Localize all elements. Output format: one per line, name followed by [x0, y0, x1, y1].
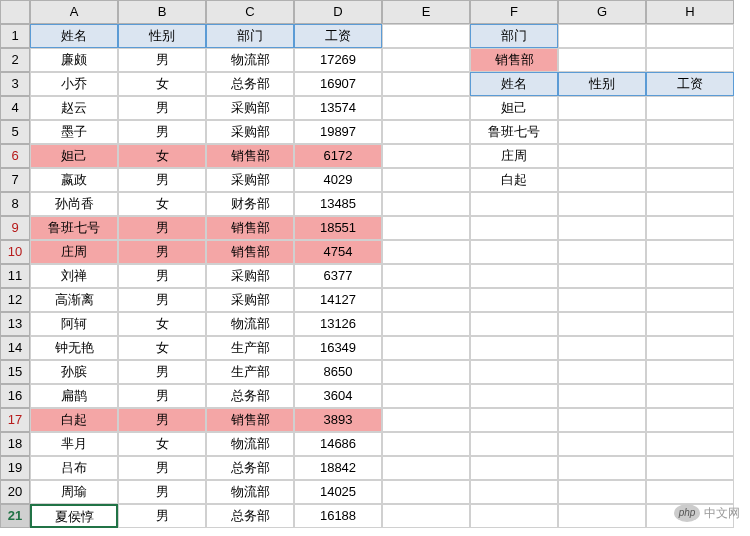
row-head-10[interactable]: 10	[0, 240, 30, 264]
cell-G7[interactable]	[558, 168, 646, 192]
cell-F6[interactable]: 庄周	[470, 144, 558, 168]
cell-D8[interactable]: 13485	[294, 192, 382, 216]
row-head-1[interactable]: 1	[0, 24, 30, 48]
cell-A8[interactable]: 孙尚香	[30, 192, 118, 216]
cell-E4[interactable]	[382, 96, 470, 120]
cell-D3[interactable]: 16907	[294, 72, 382, 96]
cell-F13[interactable]	[470, 312, 558, 336]
row-head-21[interactable]: 21	[0, 504, 30, 528]
row-head-18[interactable]: 18	[0, 432, 30, 456]
col-head-A[interactable]: A	[30, 0, 118, 24]
cell-H3[interactable]: 工资	[646, 72, 734, 96]
cell-F9[interactable]	[470, 216, 558, 240]
cell-A21[interactable]: 夏侯惇	[30, 504, 118, 528]
cell-D7[interactable]: 4029	[294, 168, 382, 192]
cell-G14[interactable]	[558, 336, 646, 360]
cell-H1[interactable]	[646, 24, 734, 48]
cell-H9[interactable]	[646, 216, 734, 240]
cell-C8[interactable]: 财务部	[206, 192, 294, 216]
cell-E9[interactable]	[382, 216, 470, 240]
row-head-12[interactable]: 12	[0, 288, 30, 312]
row-head-9[interactable]: 9	[0, 216, 30, 240]
cell-C19[interactable]: 总务部	[206, 456, 294, 480]
cell-F1[interactable]: 部门	[470, 24, 558, 48]
cell-B9[interactable]: 男	[118, 216, 206, 240]
col-head-B[interactable]: B	[118, 0, 206, 24]
cell-B12[interactable]: 男	[118, 288, 206, 312]
cell-E15[interactable]	[382, 360, 470, 384]
row-head-17[interactable]: 17	[0, 408, 30, 432]
cell-D19[interactable]: 18842	[294, 456, 382, 480]
cell-E8[interactable]	[382, 192, 470, 216]
row-head-11[interactable]: 11	[0, 264, 30, 288]
cell-E16[interactable]	[382, 384, 470, 408]
cell-G17[interactable]	[558, 408, 646, 432]
cell-C7[interactable]: 采购部	[206, 168, 294, 192]
cell-A15[interactable]: 孙膑	[30, 360, 118, 384]
cell-D13[interactable]: 13126	[294, 312, 382, 336]
cell-A10[interactable]: 庄周	[30, 240, 118, 264]
cell-H11[interactable]	[646, 264, 734, 288]
row-head-3[interactable]: 3	[0, 72, 30, 96]
cell-G12[interactable]	[558, 288, 646, 312]
cell-F17[interactable]	[470, 408, 558, 432]
cell-C5[interactable]: 采购部	[206, 120, 294, 144]
cell-B20[interactable]: 男	[118, 480, 206, 504]
cell-B2[interactable]: 男	[118, 48, 206, 72]
col-head-F[interactable]: F	[470, 0, 558, 24]
cell-E21[interactable]	[382, 504, 470, 528]
cell-G6[interactable]	[558, 144, 646, 168]
cell-F20[interactable]	[470, 480, 558, 504]
cell-F10[interactable]	[470, 240, 558, 264]
cell-A13[interactable]: 阿轲	[30, 312, 118, 336]
cell-G4[interactable]	[558, 96, 646, 120]
cell-B14[interactable]: 女	[118, 336, 206, 360]
cell-B17[interactable]: 男	[118, 408, 206, 432]
cell-G9[interactable]	[558, 216, 646, 240]
cell-C17[interactable]: 销售部	[206, 408, 294, 432]
cell-D9[interactable]: 18551	[294, 216, 382, 240]
cell-H12[interactable]	[646, 288, 734, 312]
cell-H7[interactable]	[646, 168, 734, 192]
cell-C3[interactable]: 总务部	[206, 72, 294, 96]
cell-H5[interactable]	[646, 120, 734, 144]
cell-A7[interactable]: 嬴政	[30, 168, 118, 192]
cell-C18[interactable]: 物流部	[206, 432, 294, 456]
row-head-20[interactable]: 20	[0, 480, 30, 504]
cell-C21[interactable]: 总务部	[206, 504, 294, 528]
cell-A17[interactable]: 白起	[30, 408, 118, 432]
cell-D1[interactable]: 工资	[294, 24, 382, 48]
row-head-13[interactable]: 13	[0, 312, 30, 336]
cell-E11[interactable]	[382, 264, 470, 288]
cell-H10[interactable]	[646, 240, 734, 264]
cell-B11[interactable]: 男	[118, 264, 206, 288]
cell-E17[interactable]	[382, 408, 470, 432]
cell-H18[interactable]	[646, 432, 734, 456]
cell-H16[interactable]	[646, 384, 734, 408]
cell-A12[interactable]: 高渐离	[30, 288, 118, 312]
col-head-E[interactable]: E	[382, 0, 470, 24]
cell-A16[interactable]: 扁鹊	[30, 384, 118, 408]
cell-B6[interactable]: 女	[118, 144, 206, 168]
cell-D5[interactable]: 19897	[294, 120, 382, 144]
cell-C4[interactable]: 采购部	[206, 96, 294, 120]
cell-B3[interactable]: 女	[118, 72, 206, 96]
cell-F2[interactable]: 销售部	[470, 48, 558, 72]
cell-E2[interactable]	[382, 48, 470, 72]
cell-H6[interactable]	[646, 144, 734, 168]
cell-E13[interactable]	[382, 312, 470, 336]
cell-A9[interactable]: 鲁班七号	[30, 216, 118, 240]
cell-A3[interactable]: 小乔	[30, 72, 118, 96]
row-head-5[interactable]: 5	[0, 120, 30, 144]
row-head-16[interactable]: 16	[0, 384, 30, 408]
row-head-8[interactable]: 8	[0, 192, 30, 216]
cell-C6[interactable]: 销售部	[206, 144, 294, 168]
cell-E1[interactable]	[382, 24, 470, 48]
cell-A20[interactable]: 周瑜	[30, 480, 118, 504]
col-head-D[interactable]: D	[294, 0, 382, 24]
cell-B8[interactable]: 女	[118, 192, 206, 216]
cell-G13[interactable]	[558, 312, 646, 336]
cell-C1[interactable]: 部门	[206, 24, 294, 48]
cell-H4[interactable]	[646, 96, 734, 120]
row-head-19[interactable]: 19	[0, 456, 30, 480]
